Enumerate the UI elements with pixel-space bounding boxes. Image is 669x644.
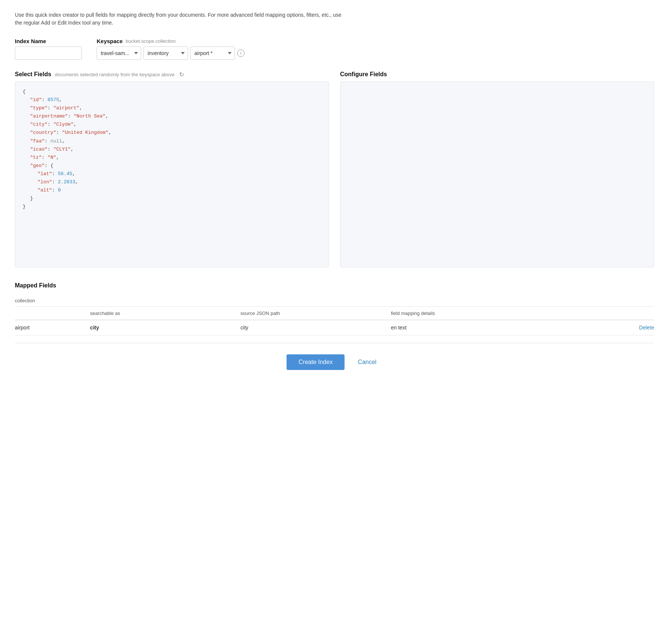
keyspace-label: Keyspace	[97, 38, 123, 44]
bucket-select[interactable]: travel-sam...	[97, 46, 141, 60]
field-mapping: en text	[391, 320, 579, 335]
delete-link[interactable]: Delete	[639, 325, 654, 331]
refresh-icon[interactable]: ↻	[178, 71, 185, 78]
field-searchable: city	[90, 320, 240, 335]
select-fields-title: Select Fields	[15, 71, 51, 78]
col-searchable-header: searchable as	[90, 307, 240, 320]
field-source: city	[240, 320, 391, 335]
scope-select[interactable]: inventory	[143, 46, 188, 60]
airport-label: airport	[15, 320, 90, 335]
collection-label: collection	[15, 298, 35, 303]
cancel-button[interactable]: Cancel	[352, 354, 382, 370]
configure-fields-panel	[340, 81, 654, 267]
info-icon[interactable]: i	[237, 49, 245, 57]
create-index-button[interactable]: Create Index	[287, 354, 345, 370]
mapped-fields-title: Mapped Fields	[15, 282, 654, 289]
collection-row: collection	[15, 295, 654, 307]
mapped-fields-table: collection searchable as source JSON pat…	[15, 295, 654, 335]
select-fields-subtitle: documents selected randomly from the key…	[55, 72, 175, 77]
index-name-label: Index Name	[15, 38, 82, 44]
json-viewer: { "id": 8575, "type": "airport", "airpor…	[15, 81, 329, 267]
col-mapping-header: field mapping details	[391, 307, 579, 320]
configure-fields-title: Configure Fields	[340, 71, 387, 78]
index-name-input[interactable]	[15, 46, 82, 60]
page-description: Use this quick index creator to pull fie…	[15, 11, 349, 27]
col-source-header: source JSON path	[240, 307, 391, 320]
table-row: airport city city en text Delete	[15, 320, 654, 335]
keyspace-hint: bucket.scope.collection	[126, 38, 175, 44]
collection-select[interactable]: airport *	[190, 46, 235, 60]
table-header-row: searchable as source JSON path field map…	[15, 307, 654, 320]
